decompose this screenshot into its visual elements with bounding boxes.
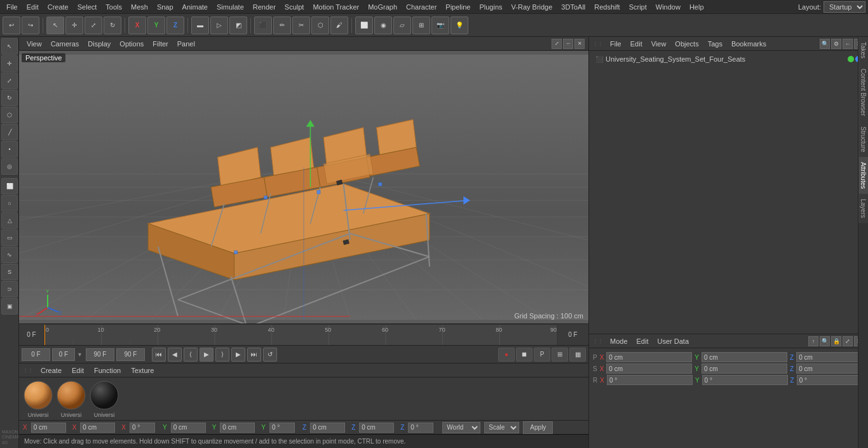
attr-py-input[interactable] <box>702 352 787 362</box>
coord-z-rot[interactable] <box>408 423 433 433</box>
mat-menu-create[interactable]: Create <box>37 365 65 376</box>
mat-menu-texture[interactable]: Texture <box>127 365 158 376</box>
mat-menu-function[interactable]: Function <box>90 365 125 376</box>
vtab-attributes[interactable]: Attributes <box>858 157 868 194</box>
extrude-button[interactable]: ⬡ <box>311 17 329 34</box>
coord-y-rot[interactable] <box>269 423 295 433</box>
om-arrow-btn[interactable]: ← <box>843 39 853 49</box>
attr-menu-userdata[interactable]: User Data <box>654 336 693 346</box>
redo-button[interactable]: ↪ <box>22 17 39 34</box>
attr-arrow-btn[interactable]: ↑ <box>808 336 818 346</box>
menu-help[interactable]: Help <box>686 2 708 12</box>
attr-menu-mode[interactable]: Mode <box>607 336 631 346</box>
vp-menu-cameras[interactable]: Cameras <box>47 39 83 49</box>
grid-view-button[interactable]: ⊞ <box>412 17 430 34</box>
loop-button[interactable]: ↺ <box>263 348 277 362</box>
floor-view-button[interactable]: ▱ <box>393 17 411 34</box>
max-frame-input[interactable] <box>116 348 145 361</box>
sidebar-deform-btn[interactable]: ⊃ <box>1 281 18 297</box>
auto-key-button[interactable]: ⏹ <box>516 348 532 362</box>
attr-rx-input[interactable] <box>607 375 693 385</box>
vp-menu-display[interactable]: Display <box>84 39 114 49</box>
vp-menu-view[interactable]: View <box>23 39 46 49</box>
show-keyframes-button[interactable]: ▦ <box>569 348 586 362</box>
menu-tools[interactable]: Tools <box>102 2 126 12</box>
om-menu-view[interactable]: View <box>648 39 670 49</box>
record-button[interactable]: ● <box>498 348 515 362</box>
sidebar-rotate-btn[interactable]: ↻ <box>1 90 18 106</box>
sidebar-live-btn[interactable]: ◎ <box>1 158 18 175</box>
material-swatch-2[interactable]: Universi <box>56 380 86 418</box>
prev-frame-button[interactable]: ◀ <box>168 348 182 362</box>
box-mode-button[interactable]: ⬛ <box>254 17 272 34</box>
menu-select[interactable]: Select <box>74 2 101 12</box>
om-search-btn[interactable]: 🔍 <box>820 39 830 49</box>
go-to-end-button[interactable]: ⏭ <box>247 348 261 362</box>
next-key-button[interactable]: ⟩ <box>215 348 229 362</box>
material-swatch-3[interactable]: Universi <box>89 380 119 418</box>
current-frame-field[interactable] <box>52 348 75 361</box>
om-menu-tags[interactable]: Tags <box>705 39 726 49</box>
om-settings-btn[interactable]: ⚙ <box>831 39 841 49</box>
sidebar-cube-btn[interactable]: ⬜ <box>1 178 18 194</box>
sidebar-point-btn[interactable]: • <box>1 141 18 158</box>
sidebar-plane-btn[interactable]: ▭ <box>1 229 18 246</box>
vtab-content-browser[interactable]: Content Browser <box>858 64 868 121</box>
menu-3dtoall[interactable]: 3DToAll <box>557 2 589 12</box>
coord-z-size[interactable] <box>359 423 394 433</box>
vp-maximize-btn[interactable]: ⤢ <box>552 39 562 49</box>
attr-expand-btn[interactable]: ⤢ <box>843 336 853 346</box>
camera-button[interactable]: 📷 <box>431 17 449 34</box>
light-button[interactable]: 💡 <box>451 17 468 34</box>
sidebar-cone-btn[interactable]: △ <box>1 212 18 229</box>
menu-edit[interactable]: Edit <box>23 2 43 12</box>
menu-character[interactable]: Character <box>402 2 440 12</box>
world-dropdown[interactable]: World <box>442 422 480 433</box>
scale-tool-button[interactable]: ⤢ <box>85 17 102 34</box>
sidebar-select-btn[interactable]: ↖ <box>1 38 18 55</box>
coord-x-size[interactable] <box>80 423 115 433</box>
rotate-tool-button[interactable]: ↻ <box>104 17 121 34</box>
motion-clip-button[interactable]: ⊞ <box>552 348 568 362</box>
attr-lock-btn[interactable]: 🔒 <box>831 336 841 346</box>
object-item-seating[interactable]: ⬛ University_Seating_System_Set_Four_Sea… <box>592 53 865 65</box>
om-menu-bookmarks[interactable]: Bookmarks <box>728 39 770 49</box>
sidebar-poly-btn[interactable]: ⬡ <box>1 107 18 123</box>
move-tool-button[interactable]: ✛ <box>65 17 83 34</box>
sidebar-edge-btn[interactable]: ╱ <box>1 124 18 140</box>
timeline-ruler[interactable]: 0 10 20 30 40 50 60 70 <box>44 324 557 345</box>
sidebar-spline-btn[interactable]: ∿ <box>1 247 18 263</box>
next-frame-button[interactable]: ▶ <box>231 348 245 362</box>
go-to-start-button[interactable]: ⏮ <box>152 348 166 362</box>
prev-key-button[interactable]: ⟨ <box>184 348 198 362</box>
render-viewport-button[interactable]: ▷ <box>210 17 228 34</box>
menu-snap[interactable]: Snap <box>153 2 177 12</box>
sidebar-camera2-btn[interactable]: ▣ <box>1 298 18 315</box>
sidebar-sphere-btn[interactable]: ○ <box>1 195 18 212</box>
pen-button[interactable]: ✏ <box>273 17 291 34</box>
menu-window[interactable]: Window <box>652 2 684 12</box>
attr-sy-input[interactable] <box>702 363 787 374</box>
attr-menu-edit[interactable]: Edit <box>634 336 652 346</box>
apply-button[interactable]: Apply <box>523 421 553 434</box>
scale-dropdown[interactable]: Scale <box>484 422 519 433</box>
attr-px-input[interactable] <box>606 352 692 362</box>
paint-button[interactable]: 🖌 <box>330 17 348 34</box>
menu-animate[interactable]: Animate <box>179 2 212 12</box>
menu-sculpt[interactable]: Sculpt <box>281 2 308 12</box>
menu-plugins[interactable]: Plugins <box>475 2 506 12</box>
render-button[interactable]: ◩ <box>229 17 247 34</box>
render-region-button[interactable]: ▬ <box>191 17 209 34</box>
obj-visible-dot[interactable] <box>848 56 854 62</box>
sidebar-scale-btn[interactable]: ⤢ <box>1 72 18 89</box>
viewport-3d[interactable]: Perspective Grid Spacing : 100 cm X Y Z <box>19 51 588 323</box>
start-frame-input[interactable] <box>22 348 50 361</box>
key-mode-button[interactable]: P <box>534 348 550 362</box>
menu-script[interactable]: Script <box>625 2 651 12</box>
vtab-layers[interactable]: Layers <box>858 194 868 223</box>
layout-select[interactable]: Startup <box>824 1 865 13</box>
vp-menu-options[interactable]: Options <box>116 39 147 49</box>
mat-menu-edit[interactable]: Edit <box>68 365 88 376</box>
end-frame-input[interactable] <box>86 348 114 361</box>
x-axis-button[interactable]: X <box>128 17 146 34</box>
